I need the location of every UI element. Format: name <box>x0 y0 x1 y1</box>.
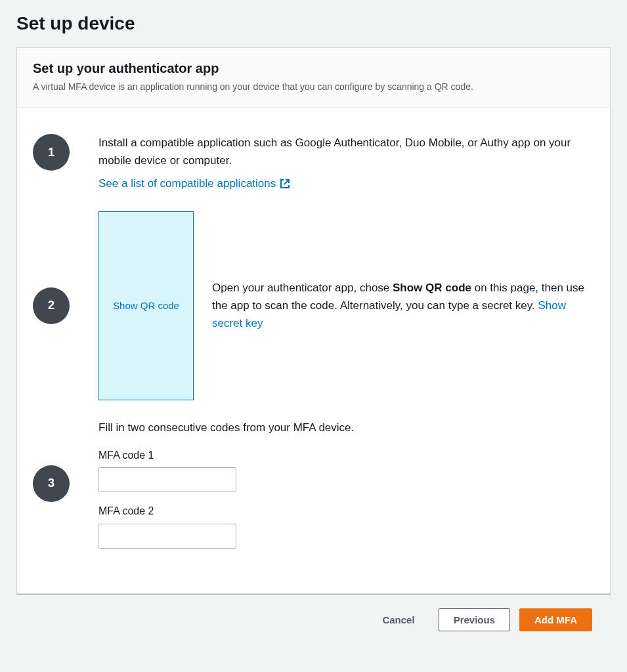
show-qr-code-button[interactable]: Show QR code <box>98 211 194 400</box>
page-title: Set up device <box>16 13 611 34</box>
mfa-code-1-input[interactable] <box>98 467 236 492</box>
step-circle-2: 2 <box>33 287 70 324</box>
add-mfa-button[interactable]: Add MFA <box>519 608 592 631</box>
mfa-code-2-group: MFA code 2 <box>98 503 594 549</box>
mfa-code-2-input[interactable] <box>98 524 236 549</box>
step-3: 3 Fill in two consecutive codes from you… <box>33 419 594 549</box>
compatible-apps-link-text: See a list of compatible applications <box>98 175 276 192</box>
step-2-text: Open your authenticator app, chose Show … <box>212 279 594 333</box>
card-subtitle: A virtual MFA device is an application r… <box>33 80 594 94</box>
step-2-text-before: Open your authenticator app, chose <box>212 282 393 294</box>
step-1-content: Install a compatible application such as… <box>98 134 594 193</box>
mfa-code-1-group: MFA code 1 <box>98 447 594 493</box>
step-2-text-bold: Show QR code <box>393 282 471 294</box>
step-2: 2 Show QR code Open your authenticator a… <box>33 211 594 400</box>
cancel-button[interactable]: Cancel <box>368 609 429 631</box>
setup-card: Set up your authenticator app A virtual … <box>16 47 611 594</box>
step-2-content: Show QR code Open your authenticator app… <box>98 211 594 400</box>
step-circle-1: 1 <box>33 134 70 171</box>
mfa-code-2-label: MFA code 2 <box>98 503 594 520</box>
compatible-apps-link[interactable]: See a list of compatible applications <box>98 175 290 192</box>
step-3-intro: Fill in two consecutive codes from your … <box>98 419 594 436</box>
card-body: 1 Install a compatible application such … <box>17 108 610 593</box>
step-1-text: Install a compatible application such as… <box>98 134 594 169</box>
step-1: 1 Install a compatible application such … <box>33 134 594 193</box>
step-circle-3: 3 <box>33 465 70 502</box>
card-title: Set up your authenticator app <box>33 61 594 76</box>
external-link-icon <box>280 178 290 189</box>
step-3-content: Fill in two consecutive codes from your … <box>98 419 594 549</box>
previous-button[interactable]: Previous <box>439 608 510 631</box>
card-header: Set up your authenticator app A virtual … <box>17 48 610 108</box>
mfa-code-1-label: MFA code 1 <box>98 447 594 464</box>
button-row: Cancel Previous Add MFA <box>16 594 611 638</box>
